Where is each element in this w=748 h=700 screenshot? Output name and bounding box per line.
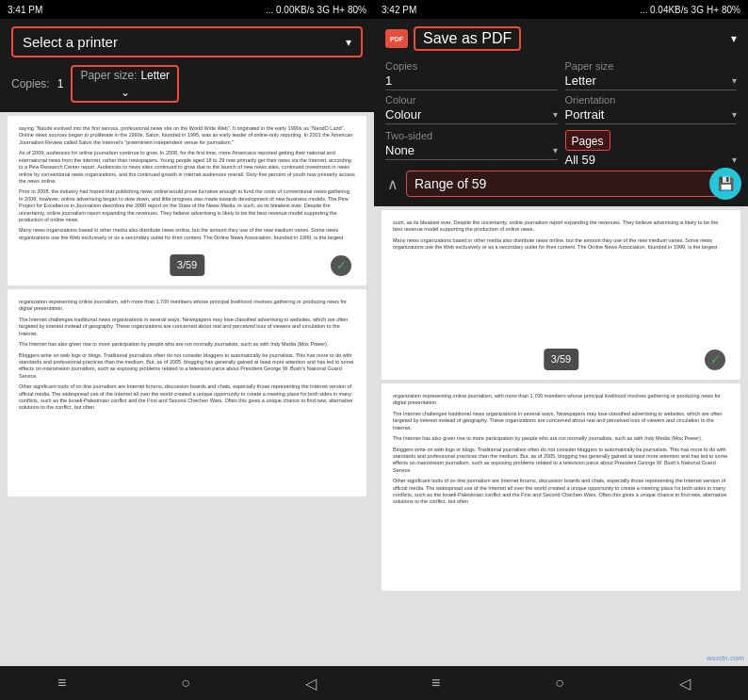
two-sided-group: Two-sided None ▾: [385, 130, 558, 167]
pages-label: Pages: [572, 135, 604, 148]
colour-chevron: ▾: [553, 109, 558, 120]
collapse-icon[interactable]: ∧: [385, 175, 398, 193]
two-sided-value[interactable]: None ▾: [385, 143, 558, 160]
status-right-right: ... 0.04KB/s 3G H+ 80%: [640, 5, 740, 15]
paper-size-label: Paper size:: [80, 69, 137, 82]
page-check-right: ✓: [705, 350, 725, 370]
page-indicator-right: 3/59: [544, 349, 578, 370]
extra-signal-right: H+: [707, 5, 719, 15]
extra-signal-left: H+: [333, 5, 345, 15]
all-59-chevron: ▾: [732, 155, 737, 165]
orientation-value[interactable]: Portrait ▾: [565, 107, 738, 124]
status-left-right: 3:42 PM: [382, 5, 416, 15]
range-of-59-label: Range of 59: [415, 176, 486, 191]
bottom-nav-right: ≡ ○ ◁: [374, 666, 748, 700]
paper-size-dropdown-arrow: ⌄: [121, 86, 130, 99]
pages-group: Pages All 59 ▾: [565, 130, 738, 167]
copies-label: Copies:: [11, 77, 50, 90]
status-right: ... 0.00KB/s 3G H+ 80%: [266, 5, 366, 15]
doc-paragraph-2: As of 2009, audiences for online journal…: [19, 150, 355, 185]
colour-label: Colour: [385, 94, 558, 106]
doc-para-r-4: The Internet challenges traditional news…: [393, 411, 729, 431]
doc-page-left: saying "Naude evolved into the first ser…: [8, 116, 366, 285]
nav-home-left[interactable]: ○: [181, 675, 190, 692]
time-left: 3:41 PM: [8, 5, 42, 15]
bottom-nav-left: ≡ ○ ◁: [0, 666, 374, 700]
orientation-group: Orientation Portrait ▾: [565, 94, 738, 124]
document-content-left: saying "Naude evolved into the first ser…: [0, 112, 374, 666]
printer-select-label: Select a printer: [23, 34, 118, 50]
paper-size-box[interactable]: Paper size: Letter ⌄: [71, 65, 179, 103]
doc-para-r-5: The Internet has also given rise to more…: [393, 435, 729, 442]
status-bar-left: 3:41 PM ... 0.00KB/s 3G H+ 80%: [0, 0, 374, 19]
paper-size-chevron: ▾: [732, 75, 737, 86]
doc-page-right-1: such, as its bleakest ever. Despite the …: [382, 210, 740, 380]
two-sided-chevron: ▾: [553, 145, 558, 155]
printer-dropdown-arrow: ▾: [346, 36, 351, 49]
network-speed-right: ... 0.04KB/s: [640, 5, 689, 15]
paper-size-group: Paper size Letter ▾: [565, 60, 738, 90]
nav-home-right[interactable]: ○: [555, 675, 564, 692]
battery-left: 80%: [348, 5, 366, 15]
nav-menu-left[interactable]: ≡: [57, 675, 66, 692]
doc-paragraph-1: saying "Naude evolved into the first ser…: [19, 125, 355, 146]
nav-back-left[interactable]: ◁: [305, 675, 317, 692]
copies-group: Copies 1: [385, 60, 558, 90]
print-options-row: Copies: 1 Paper size: Letter ⌄: [11, 63, 363, 105]
network-speed-left: ... 0.00KB/s: [266, 5, 315, 15]
battery-right: 80%: [722, 5, 740, 15]
signal-type-right: 3G: [691, 5, 704, 15]
left-phone: 3:41 PM ... 0.00KB/s 3G H+ 80% Select a …: [0, 0, 374, 700]
paper-size-value-right[interactable]: Letter ▾: [565, 73, 738, 90]
print-header: Select a printer ▾ Copies: 1 Paper size:…: [0, 19, 374, 112]
watermark: wsxdn.com: [707, 654, 744, 662]
pdf-icon: PDF: [385, 29, 408, 48]
doc-para-r-3: organization representing online journal…: [393, 393, 729, 407]
save-pdf-dropdown-arrow[interactable]: ▾: [731, 32, 737, 45]
doc-para-r-7: Other significant tools of on-line journ…: [393, 478, 729, 506]
copies-label-right: Copies: [385, 60, 558, 72]
status-bar-right: 3:42 PM ... 0.04KB/s 3G H+ 80%: [374, 0, 748, 19]
doc-para-r-6: Bloggers write on web logs or blogs. Tra…: [393, 447, 729, 475]
signal-type-left: 3G: [317, 5, 330, 15]
pdf-icon-text: PDF: [390, 36, 403, 42]
doc-paragraph-5: organization representing online journal…: [19, 299, 355, 313]
printer-select-box[interactable]: Select a printer ▾: [11, 26, 363, 57]
right-phone: 3:42 PM ... 0.04KB/s 3G H+ 80% PDF Save …: [374, 0, 748, 700]
range-of-59-row[interactable]: Range of 59 💾: [406, 171, 737, 197]
doc-para-r-2: Many news organizations based in other m…: [393, 237, 729, 252]
paper-size-value: Letter: [140, 69, 170, 82]
doc-paragraph-8: Bloggers write on web logs or blogs. Tra…: [19, 352, 355, 381]
doc-paragraph-4: Many news organizations based in other m…: [19, 227, 355, 241]
nav-back-right[interactable]: ◁: [679, 675, 691, 692]
orientation-chevron: ▾: [732, 109, 737, 120]
colour-group: Colour Colour ▾: [385, 94, 558, 124]
copies-value-right: 1: [385, 73, 558, 90]
doc-para-r-1: such, as its bleakest ever. Despite the …: [393, 220, 729, 234]
copies-value: 1: [57, 77, 64, 90]
doc-page-right-2: organization representing online journal…: [382, 383, 740, 591]
document-content-right: such, as its bleakest ever. Despite the …: [374, 206, 748, 666]
status-left: 3:41 PM: [8, 5, 42, 15]
doc-paragraph-7: The Internet has also given rise to more…: [19, 341, 355, 348]
two-sided-label: Two-sided: [385, 130, 558, 141]
save-pdf-text: Save as PDF: [414, 26, 521, 51]
paper-size-label-right: Paper size: [565, 60, 738, 72]
colour-value[interactable]: Colour ▾: [385, 107, 558, 124]
save-pdf-title-container: PDF Save as PDF: [385, 26, 521, 51]
doc-page-left-2: organization representing online journal…: [8, 289, 366, 497]
page-check-left: ✓: [331, 255, 351, 276]
save-pdf-title-row: PDF Save as PDF ▾: [385, 26, 737, 51]
time-right: 3:42 PM: [382, 5, 416, 15]
page-indicator-left: 3/59: [170, 254, 204, 276]
all-59-label[interactable]: All 59: [565, 153, 596, 167]
save-pdf-header: PDF Save as PDF ▾ Copies 1 Paper size Le…: [374, 19, 748, 206]
orientation-label: Orientation: [565, 94, 738, 106]
save-icon: 💾: [718, 176, 734, 191]
doc-paragraph-9: Other significant tools of on-line journ…: [19, 383, 355, 412]
doc-paragraph-6: The Internet challenges traditional news…: [19, 317, 355, 337]
doc-paragraph-3: Prior to 2008, the industry had hoped th…: [19, 188, 355, 223]
save-fab-button[interactable]: 💾: [709, 168, 741, 200]
nav-menu-right[interactable]: ≡: [431, 675, 440, 692]
